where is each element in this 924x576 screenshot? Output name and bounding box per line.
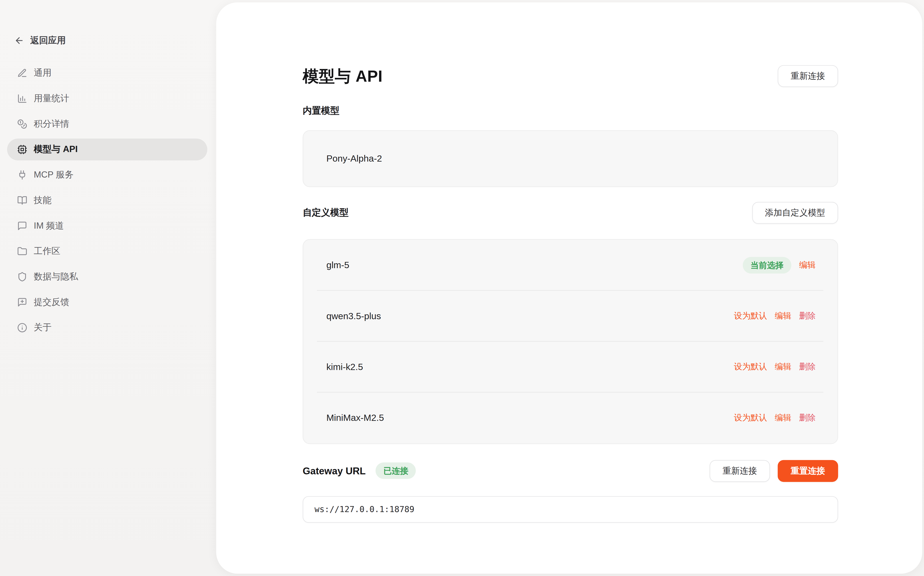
gateway-buttons: 重新连接 重置连接 <box>709 460 838 482</box>
sidebar-item-data-privacy[interactable]: 数据与隐私 <box>7 266 207 288</box>
sidebar-item-label: 积分详情 <box>34 118 69 130</box>
builtin-models-card: Pony-Alpha-2 <box>303 130 838 187</box>
edit-action-link[interactable]: 编辑 <box>775 311 791 322</box>
sidebar-item-im-channels[interactable]: IM 频道 <box>7 215 207 237</box>
main-content: 模型与 API 重新连接 内置模型 Pony-Alpha-2 自定义模型 添加自… <box>216 2 922 523</box>
model-row-actions: 设为默认编辑删除 <box>734 362 816 372</box>
builtin-model-name: Pony-Alpha-2 <box>327 154 382 164</box>
model-row-actions: 设为默认编辑删除 <box>734 311 816 322</box>
set-default-action-link[interactable]: 设为默认 <box>734 311 767 322</box>
message-square-plus-icon <box>17 297 27 307</box>
sidebar-item-usage-stats[interactable]: 用量统计 <box>7 88 207 110</box>
model-row-actions: 当前选择编辑 <box>743 257 816 274</box>
sidebar-item-label: 用量统计 <box>34 93 69 104</box>
edit-action-link[interactable]: 编辑 <box>775 362 791 372</box>
custom-model-name: kimi-k2.5 <box>327 362 363 372</box>
sidebar-item-label: 提交反馈 <box>34 296 69 308</box>
custom-model-row: MiniMax-M2.5 设为默认编辑删除 <box>303 392 838 443</box>
sidebar-item-label: 通用 <box>34 67 51 79</box>
set-default-action-link[interactable]: 设为默认 <box>734 362 767 372</box>
page-header: 模型与 API 重新连接 <box>303 65 838 87</box>
folder-icon <box>17 246 27 256</box>
current-selection-badge: 当前选择 <box>743 257 791 274</box>
shield-icon <box>17 272 27 282</box>
delete-action-link[interactable]: 删除 <box>799 362 816 372</box>
custom-model-name: qwen3.5-plus <box>327 311 381 322</box>
custom-model-name: glm-5 <box>327 260 349 270</box>
page-title: 模型与 API <box>303 66 383 87</box>
bar-chart-icon <box>17 93 27 104</box>
connected-status-badge: 已连接 <box>376 462 416 479</box>
custom-model-row: glm-5 当前选择编辑 <box>303 240 838 291</box>
coins-icon <box>17 119 27 129</box>
sidebar-item-label: IM 频道 <box>34 220 64 232</box>
back-to-app-label: 返回应用 <box>30 35 66 46</box>
sidebar-item-feedback[interactable]: 提交反馈 <box>7 291 207 313</box>
sidebar-item-label: 关于 <box>34 322 51 333</box>
delete-action-link[interactable]: 删除 <box>799 413 816 423</box>
sidebar-item-label: 工作区 <box>34 246 61 257</box>
gateway-reconnect-button[interactable]: 重新连接 <box>709 460 770 482</box>
custom-model-row: kimi-k2.5 设为默认编辑删除 <box>303 341 838 392</box>
custom-models-header: 自定义模型 添加自定义模型 <box>303 202 838 224</box>
reconnect-button[interactable]: 重新连接 <box>778 65 838 87</box>
set-default-action-link[interactable]: 设为默认 <box>734 413 767 423</box>
custom-model-row: qwen3.5-plus 设为默认编辑删除 <box>303 291 838 341</box>
plug-icon <box>17 170 27 180</box>
add-custom-model-button[interactable]: 添加自定义模型 <box>752 202 838 224</box>
info-icon <box>17 323 27 333</box>
sidebar-nav: 通用 用量统计 积分详情 模型与 API MCP 服务 技能 IM 频道 工作区… <box>7 62 207 339</box>
sidebar-item-label: 模型与 API <box>34 144 78 155</box>
custom-model-name: MiniMax-M2.5 <box>327 413 384 423</box>
model-row-actions: 设为默认编辑删除 <box>734 413 816 423</box>
back-to-app-link[interactable]: 返回应用 <box>14 35 66 46</box>
arrow-left-icon <box>14 35 24 45</box>
gateway-url-input[interactable] <box>303 496 838 523</box>
builtin-models-label: 内置模型 <box>303 105 838 117</box>
pencil-icon <box>17 68 27 78</box>
sidebar-item-label: MCP 服务 <box>34 170 74 181</box>
custom-models-label: 自定义模型 <box>303 206 349 219</box>
settings-window: 返回应用 通用 用量统计 积分详情 模型与 API MCP 服务 技能 IM 频… <box>0 0 924 576</box>
gateway-reset-button[interactable]: 重置连接 <box>778 460 838 482</box>
sidebar: 返回应用 通用 用量统计 积分详情 模型与 API MCP 服务 技能 IM 频… <box>0 0 215 576</box>
builtin-model-row: Pony-Alpha-2 <box>303 154 838 164</box>
sidebar-item-label: 技能 <box>34 195 51 206</box>
sidebar-item-label: 数据与隐私 <box>34 271 78 283</box>
gateway-label-group: Gateway URL 已连接 <box>303 462 416 479</box>
edit-action-link[interactable]: 编辑 <box>799 260 816 270</box>
custom-models-card: glm-5 当前选择编辑 qwen3.5-plus 设为默认编辑删除 kimi-… <box>303 239 838 444</box>
edit-action-link[interactable]: 编辑 <box>775 413 791 423</box>
sidebar-item-models-api[interactable]: 模型与 API <box>7 139 207 160</box>
main-panel: 模型与 API 重新连接 内置模型 Pony-Alpha-2 自定义模型 添加自… <box>216 2 922 574</box>
gateway-url-label: Gateway URL <box>303 465 366 476</box>
sidebar-item-credits[interactable]: 积分详情 <box>7 113 207 135</box>
sidebar-item-skills[interactable]: 技能 <box>7 190 207 211</box>
message-square-icon <box>17 221 27 231</box>
sidebar-item-workspace[interactable]: 工作区 <box>7 240 207 262</box>
sidebar-item-mcp-services[interactable]: MCP 服务 <box>7 164 207 186</box>
sidebar-item-general[interactable]: 通用 <box>7 62 207 84</box>
sidebar-item-about[interactable]: 关于 <box>7 317 207 339</box>
book-open-icon <box>17 195 27 205</box>
cpu-icon <box>17 144 27 155</box>
gateway-section-header: Gateway URL 已连接 重新连接 重置连接 <box>303 460 838 482</box>
delete-action-link[interactable]: 删除 <box>799 311 816 322</box>
